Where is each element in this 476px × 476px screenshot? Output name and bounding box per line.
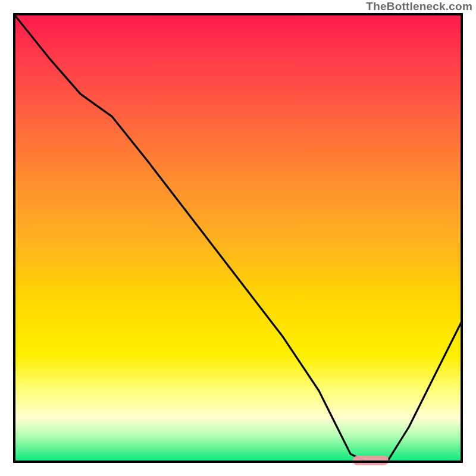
bottleneck-curve — [13, 13, 463, 463]
site-watermark: TheBottleneck.com — [366, 0, 472, 13]
optimal-range-marker — [353, 456, 389, 465]
chart-frame: TheBottleneck.com — [0, 0, 476, 476]
